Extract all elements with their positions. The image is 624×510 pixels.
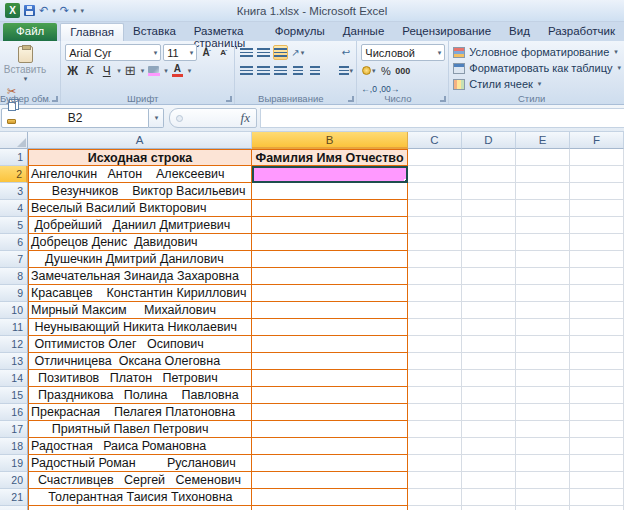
thousands-format-button[interactable]: 000 — [395, 63, 410, 78]
cell-B2[interactable] — [252, 166, 408, 183]
cell-E12[interactable] — [516, 336, 570, 353]
cell-A21[interactable]: Толерантная Таисия Тихоновна — [28, 489, 252, 506]
cell-D16[interactable] — [462, 404, 516, 421]
save-icon[interactable] — [24, 5, 35, 16]
cell-D2[interactable] — [462, 166, 516, 183]
cell-F-partial[interactable] — [570, 506, 624, 510]
cell-B14[interactable] — [252, 370, 408, 387]
cell-C19[interactable] — [408, 455, 462, 472]
cell-B7[interactable] — [252, 251, 408, 268]
cell-A7[interactable]: Душечкин Дмитрий Данилович — [28, 251, 252, 268]
cell-A20[interactable]: Счастливцев Сергей Семенович — [28, 472, 252, 489]
cell-A3[interactable]: Везунчиков Виктор Васильевич — [28, 183, 252, 200]
cell-D8[interactable] — [462, 268, 516, 285]
cell-F8[interactable] — [570, 268, 624, 285]
cell-E20[interactable] — [516, 472, 570, 489]
tab-рецензирование[interactable]: Рецензирование — [393, 23, 500, 41]
cell-E15[interactable] — [516, 387, 570, 404]
row-header-5[interactable]: 5 — [0, 217, 28, 234]
tab-формулы[interactable]: Формулы — [266, 23, 334, 41]
tab-file[interactable]: Файл — [3, 23, 57, 41]
redo-dropdown-icon[interactable]: ▾ — [73, 7, 77, 15]
borders-button[interactable]: ⊞ — [123, 63, 138, 78]
cell-B1[interactable]: Фамилия Имя Отчество — [252, 149, 408, 166]
cell-C14[interactable] — [408, 370, 462, 387]
align-bottom-button[interactable] — [273, 45, 288, 60]
cell-C11[interactable] — [408, 319, 462, 336]
italic-button[interactable]: К — [82, 63, 97, 78]
row-header-18[interactable]: 18 — [0, 438, 28, 455]
cell-C21[interactable] — [408, 489, 462, 506]
cell-A12[interactable]: Оптимистов Олег Осипович — [28, 336, 252, 353]
cell-B21[interactable] — [252, 489, 408, 506]
cell-C5[interactable] — [408, 217, 462, 234]
cell-B6[interactable] — [252, 234, 408, 251]
cell-styles-button[interactable]: Стили ячеек ▾ — [453, 76, 621, 92]
font-dialog-launcher-icon[interactable] — [226, 96, 232, 102]
row-header-14[interactable]: 14 — [0, 370, 28, 387]
column-header-E[interactable]: E — [516, 132, 570, 149]
name-box[interactable]: B2 — [1, 108, 149, 128]
cell-C1[interactable] — [408, 149, 462, 166]
cell-C12[interactable] — [408, 336, 462, 353]
cell-B18[interactable] — [252, 438, 408, 455]
align-left-button[interactable] — [239, 63, 254, 78]
cell-A-partial[interactable] — [28, 506, 252, 510]
row-header-10[interactable]: 10 — [0, 302, 28, 319]
cell-D10[interactable] — [462, 302, 516, 319]
cell-D21[interactable] — [462, 489, 516, 506]
tab-вставка[interactable]: Вставка — [124, 23, 185, 41]
cell-F7[interactable] — [570, 251, 624, 268]
cell-D14[interactable] — [462, 370, 516, 387]
percent-format-button[interactable]: % — [378, 63, 393, 78]
cell-F4[interactable] — [570, 200, 624, 217]
cell-C2[interactable] — [408, 166, 462, 183]
cell-B16[interactable] — [252, 404, 408, 421]
cell-F12[interactable] — [570, 336, 624, 353]
cell-A16[interactable]: Прекрасная Пелагея Платоновна — [28, 404, 252, 421]
cell-E2[interactable] — [516, 166, 570, 183]
cell-E18[interactable] — [516, 438, 570, 455]
cell-A19[interactable]: Радостный Роман Русланович — [28, 455, 252, 472]
cell-C17[interactable] — [408, 421, 462, 438]
cell-B9[interactable] — [252, 285, 408, 302]
cell-E11[interactable] — [516, 319, 570, 336]
cell-C4[interactable] — [408, 200, 462, 217]
cell-B3[interactable] — [252, 183, 408, 200]
row-header-15[interactable]: 15 — [0, 387, 28, 404]
cell-F15[interactable] — [570, 387, 624, 404]
shrink-font-button[interactable]: Аˇ — [216, 45, 231, 60]
cell-E19[interactable] — [516, 455, 570, 472]
cell-F17[interactable] — [570, 421, 624, 438]
cell-C8[interactable] — [408, 268, 462, 285]
cell-A10[interactable]: Мирный Максим Михайлович — [28, 302, 252, 319]
row-header-3[interactable]: 3 — [0, 183, 28, 200]
cell-B-partial[interactable] — [252, 506, 408, 510]
cell-B17[interactable] — [252, 421, 408, 438]
cell-E16[interactable] — [516, 404, 570, 421]
cell-F11[interactable] — [570, 319, 624, 336]
wrap-text-button[interactable]: ↩ — [338, 45, 353, 60]
insert-function-area[interactable]: fx — [169, 108, 257, 128]
underline-button[interactable]: Ч — [99, 63, 114, 78]
cell-D4[interactable] — [462, 200, 516, 217]
fill-color-button[interactable] — [146, 63, 161, 78]
fill-color-dropdown-icon[interactable]: ▾ — [164, 67, 168, 75]
cell-A11[interactable]: Неунывающий Никита Николаевич — [28, 319, 252, 336]
row-header-17[interactable]: 17 — [0, 421, 28, 438]
row-header-8[interactable]: 8 — [0, 268, 28, 285]
row-header-16[interactable]: 16 — [0, 404, 28, 421]
cell-C13[interactable] — [408, 353, 462, 370]
column-header-C[interactable]: C — [408, 132, 462, 149]
tab-главная[interactable]: Главная — [60, 23, 124, 41]
row-header-11[interactable]: 11 — [0, 319, 28, 336]
cell-E21[interactable] — [516, 489, 570, 506]
excel-app-icon[interactable]: X — [5, 3, 20, 18]
cell-F6[interactable] — [570, 234, 624, 251]
select-all-button[interactable] — [0, 132, 28, 149]
cell-C7[interactable] — [408, 251, 462, 268]
cell-E10[interactable] — [516, 302, 570, 319]
column-header-D[interactable]: D — [462, 132, 516, 149]
increase-indent-button[interactable] — [307, 63, 322, 78]
row-header-21[interactable]: 21 — [0, 489, 28, 506]
